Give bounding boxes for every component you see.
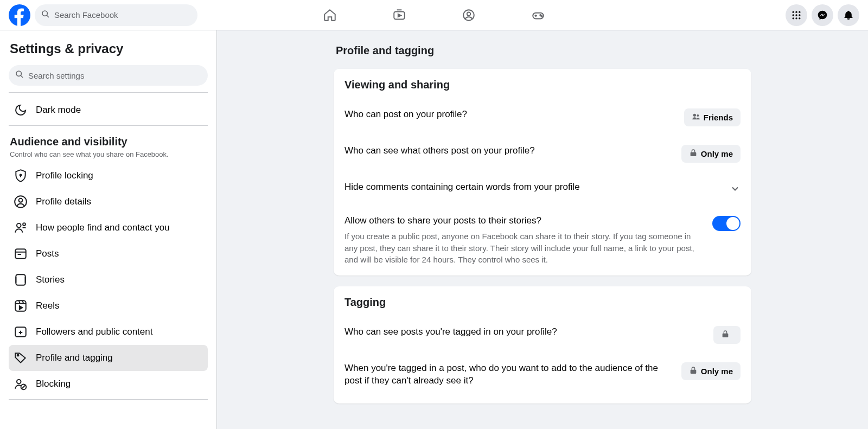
audience-selector[interactable]: Only me: [681, 145, 741, 163]
setting-who-can-see-others[interactable]: Who can see what others post on your pro…: [344, 133, 741, 169]
divider: [9, 92, 208, 93]
page-title: Profile and tagging: [336, 44, 751, 57]
facebook-logo[interactable]: [9, 4, 30, 26]
sidebar-item-stories[interactable]: Stories: [9, 267, 208, 293]
svg-point-15: [793, 17, 794, 19]
svg-point-17: [799, 17, 800, 19]
svg-point-12: [793, 14, 794, 16]
global-search-input[interactable]: [50, 10, 191, 20]
toggle-share-stories[interactable]: [712, 216, 741, 231]
svg-rect-28: [15, 300, 26, 311]
menu-apps-button[interactable]: [786, 4, 807, 26]
sidebar-item-how-people-find[interactable]: How people find and contact you: [9, 215, 208, 241]
reels-icon: [13, 298, 28, 313]
sidebar-section-audience: Audience and visibility Control who can …: [9, 136, 208, 158]
blocking-icon: [13, 376, 28, 392]
svg-point-16: [795, 17, 797, 19]
lock-icon: [721, 330, 730, 340]
sidebar-item-label: Reels: [36, 300, 59, 311]
moon-icon: [13, 103, 28, 118]
messenger-button[interactable]: [812, 4, 833, 26]
shield-lock-icon: [13, 168, 28, 183]
sidebar-item-label: Stories: [36, 274, 65, 285]
sidebar-item-profile-details[interactable]: Profile details: [9, 189, 208, 215]
settings-search-input[interactable]: [24, 71, 201, 80]
svg-point-22: [19, 199, 23, 202]
setting-who-sees-tagged[interactable]: Who can see posts you're tagged in on yo…: [344, 314, 741, 350]
svg-point-35: [17, 355, 19, 356]
profile-icon: [13, 194, 28, 209]
svg-point-5: [467, 12, 471, 15]
setting-label: When you're tagged in a post, who do you…: [344, 362, 673, 387]
top-nav: [297, 0, 571, 30]
svg-point-36: [17, 380, 21, 384]
lock-icon: [689, 366, 698, 376]
posts-icon: [13, 246, 28, 261]
sidebar-item-label: Blocking: [36, 379, 71, 389]
sidebar-item-label: Profile and tagging: [36, 353, 113, 363]
sidebar-item-label: Dark mode: [36, 105, 81, 116]
audience-selector[interactable]: [713, 326, 741, 344]
sidebar-title: Settings & privacy: [9, 41, 208, 56]
sidebar-item-profile-tagging[interactable]: Profile and tagging: [9, 345, 208, 371]
settings-sidebar: Settings & privacy Dark mode Audience an…: [0, 30, 217, 429]
notifications-button[interactable]: [838, 4, 859, 26]
setting-who-can-post[interactable]: Who can post on your profile? Friends: [344, 97, 741, 133]
svg-point-20: [20, 175, 22, 176]
section-title: Audience and visibility: [10, 136, 207, 148]
card-title: Tagging: [344, 296, 741, 309]
settings-search[interactable]: [9, 65, 208, 86]
sidebar-item-label: Profile locking: [36, 170, 93, 181]
audience-selector[interactable]: Friends: [684, 108, 741, 126]
audience-value: Friends: [704, 113, 733, 122]
setting-hide-comments[interactable]: Hide comments containing certain words f…: [344, 169, 741, 203]
card-viewing-sharing: Viewing and sharing Who can post on your…: [334, 69, 751, 276]
setting-tagged-audience-add[interactable]: When you're tagged in a post, who do you…: [344, 350, 741, 394]
sidebar-item-profile-locking[interactable]: Profile locking: [9, 163, 208, 189]
stories-icon: [13, 272, 28, 287]
setting-label: Hide comments containing certain words f…: [344, 181, 584, 194]
svg-line-2: [47, 15, 49, 17]
header-right: [786, 4, 859, 26]
nav-groups[interactable]: [436, 0, 501, 30]
audience-value: Only me: [701, 149, 733, 158]
chevron-down-icon: [730, 183, 741, 196]
sidebar-item-followers[interactable]: Followers and public content: [9, 319, 208, 345]
card-tagging: Tagging Who can see posts you're tagged …: [334, 286, 751, 404]
svg-point-9: [793, 11, 794, 12]
setting-label: Who can see what others post on your pro…: [344, 145, 539, 157]
svg-point-24: [23, 223, 25, 226]
svg-point-39: [693, 114, 695, 117]
audience-selector[interactable]: Only me: [681, 362, 741, 380]
sidebar-item-label: Followers and public content: [36, 326, 152, 337]
followers-icon: [13, 324, 28, 340]
sidebar-item-blocking[interactable]: Blocking: [9, 371, 208, 397]
nav-gaming[interactable]: [506, 0, 571, 30]
sidebar-item-label: Posts: [36, 248, 59, 259]
nav-video[interactable]: [367, 0, 432, 30]
svg-point-40: [697, 114, 699, 117]
setting-description: If you create a public post, anyone on F…: [344, 230, 704, 266]
divider: [9, 125, 208, 126]
setting-label: Allow others to share your posts to thei…: [344, 215, 704, 227]
svg-rect-25: [15, 249, 26, 258]
friends-icon: [692, 112, 700, 123]
main-content: Profile and tagging Viewing and sharing …: [217, 30, 868, 429]
sidebar-item-reels[interactable]: Reels: [9, 293, 208, 319]
svg-point-10: [795, 11, 797, 12]
global-search[interactable]: [35, 4, 197, 26]
card-title: Viewing and sharing: [344, 79, 741, 91]
svg-line-19: [21, 75, 23, 78]
sidebar-item-label: How people find and contact you: [36, 222, 170, 233]
sidebar-item-posts[interactable]: Posts: [9, 241, 208, 267]
sidebar-item-dark-mode[interactable]: Dark mode: [9, 97, 208, 123]
section-subtitle: Control who can see what you share on Fa…: [10, 150, 207, 158]
svg-point-23: [17, 223, 21, 228]
setting-label: Who can post on your profile?: [344, 108, 471, 121]
svg-point-18: [16, 71, 21, 76]
lock-icon: [689, 149, 698, 159]
svg-point-14: [799, 14, 800, 16]
toggle-knob: [726, 217, 739, 230]
nav-home[interactable]: [297, 0, 362, 30]
svg-point-13: [795, 14, 797, 16]
